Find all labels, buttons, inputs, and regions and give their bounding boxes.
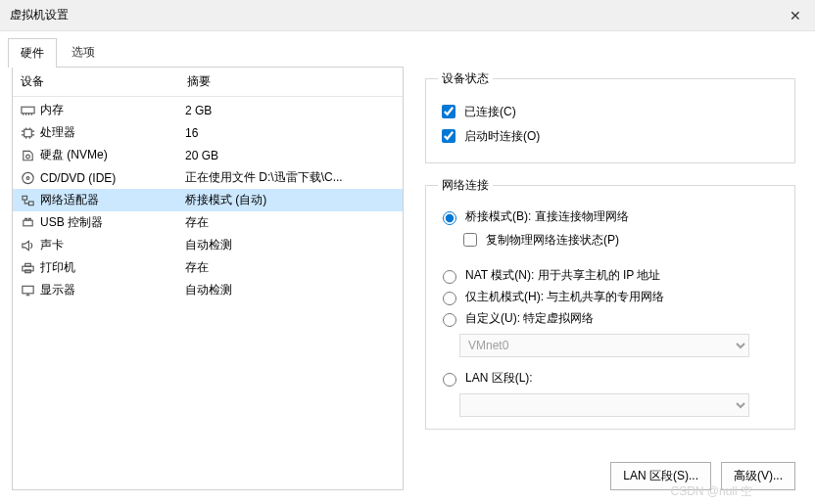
custom-network-select: VMnet0: [459, 334, 749, 357]
device-list: 设备 摘要 内存2 GB处理器16硬盘 (NVMe)20 GBCD/DVD (I…: [12, 67, 404, 490]
device-row-network[interactable]: 网络适配器桥接模式 (自动): [13, 189, 403, 211]
device-summary: 自动检测: [185, 282, 397, 298]
device-row-memory[interactable]: 内存2 GB: [13, 99, 403, 121]
device-name: USB 控制器: [40, 214, 185, 231]
svg-rect-6: [28, 201, 33, 205]
tabstrip: 硬件 选项: [0, 31, 815, 67]
network-connection-legend: 网络连接: [438, 177, 493, 194]
connect-poweron-checkbox[interactable]: [442, 129, 455, 143]
hostonly-radio[interactable]: [443, 292, 456, 305]
svg-rect-1: [24, 129, 31, 137]
memory-icon: [19, 103, 36, 118]
close-icon[interactable]: ✕: [786, 8, 805, 23]
disk-icon: [19, 148, 36, 163]
device-summary: 存在: [185, 259, 397, 276]
device-summary: 16: [185, 126, 397, 140]
device-name: 硬盘 (NVMe): [40, 147, 185, 163]
device-name: CD/DVD (IDE): [40, 171, 185, 185]
device-status-legend: 设备状态: [438, 70, 493, 87]
svg-rect-11: [22, 286, 32, 294]
device-row-disk[interactable]: 硬盘 (NVMe)20 GB: [13, 144, 403, 166]
header-device: 设备: [21, 73, 187, 90]
lan-segment-label: LAN 区段(L):: [465, 370, 533, 387]
network-icon: [19, 193, 36, 208]
device-name: 声卡: [40, 237, 185, 253]
device-name: 网络适配器: [40, 192, 185, 208]
list-header: 设备 摘要: [13, 68, 403, 97]
usb-icon: [19, 215, 36, 231]
printer-icon: [19, 260, 36, 276]
cd-icon: [19, 170, 36, 186]
svg-rect-9: [24, 263, 30, 266]
device-summary: 正在使用文件 D:\迅雷下载\C...: [185, 169, 397, 186]
replicate-checkbox[interactable]: [463, 233, 477, 247]
lan-segments-button[interactable]: LAN 区段(S)...: [610, 462, 711, 490]
svg-point-4: [26, 176, 29, 179]
svg-point-2: [25, 155, 29, 159]
sound-icon: [19, 238, 36, 253]
tab-options[interactable]: 选项: [59, 37, 108, 67]
device-summary: 20 GB: [185, 149, 397, 162]
tab-hardware[interactable]: 硬件: [8, 38, 57, 68]
lan-segment-radio[interactable]: [443, 373, 456, 387]
replicate-label: 复制物理网络连接状态(P): [486, 232, 619, 249]
device-summary: 存在: [185, 214, 397, 231]
device-summary: 桥接模式 (自动): [185, 192, 397, 208]
device-name: 显示器: [40, 282, 185, 298]
device-name: 处理器: [40, 124, 185, 141]
bridged-radio[interactable]: [443, 211, 456, 225]
lan-segment-select: [459, 393, 749, 417]
titlebar: 虚拟机设置 ✕: [0, 0, 815, 31]
svg-rect-5: [22, 196, 26, 200]
device-row-sound[interactable]: 声卡自动检测: [13, 234, 403, 256]
custom-radio[interactable]: [443, 313, 456, 327]
cpu-icon: [19, 125, 36, 141]
hostonly-label: 仅主机模式(H): 与主机共享的专用网络: [465, 289, 664, 305]
network-connection-group: 网络连接 桥接模式(B): 直接连接物理网络 复制物理网络连接状态(P) NAT…: [425, 177, 795, 430]
bridged-label: 桥接模式(B): 直接连接物理网络: [465, 208, 629, 225]
nat-label: NAT 模式(N): 用于共享主机的 IP 地址: [465, 267, 660, 284]
device-row-usb[interactable]: USB 控制器存在: [13, 211, 403, 234]
device-row-cpu[interactable]: 处理器16: [13, 121, 403, 144]
device-summary: 自动检测: [185, 237, 397, 253]
svg-point-3: [22, 172, 32, 183]
custom-label: 自定义(U): 特定虚拟网络: [465, 310, 594, 327]
device-status-group: 设备状态 已连接(C) 启动时连接(O): [425, 70, 795, 163]
device-name: 内存: [40, 102, 185, 118]
svg-rect-0: [21, 107, 33, 114]
svg-rect-7: [23, 220, 31, 226]
connected-label: 已连接(C): [464, 104, 516, 120]
device-summary: 2 GB: [185, 104, 397, 117]
device-row-display[interactable]: 显示器自动检测: [13, 279, 403, 301]
header-summary: 摘要: [187, 73, 395, 90]
device-name: 打印机: [40, 259, 185, 276]
device-row-cd[interactable]: CD/DVD (IDE)正在使用文件 D:\迅雷下载\C...: [13, 166, 403, 189]
settings-right-pane: 设备状态 已连接(C) 启动时连接(O) 网络连接 桥接模式(B): 直接连接物…: [417, 67, 803, 490]
window-title: 虚拟机设置: [10, 7, 69, 23]
device-row-printer[interactable]: 打印机存在: [13, 256, 403, 279]
advanced-button[interactable]: 高级(V)...: [721, 462, 795, 490]
display-icon: [19, 283, 36, 298]
connected-checkbox[interactable]: [442, 105, 455, 118]
connect-poweron-label: 启动时连接(O): [464, 128, 540, 145]
nat-radio[interactable]: [443, 270, 456, 284]
